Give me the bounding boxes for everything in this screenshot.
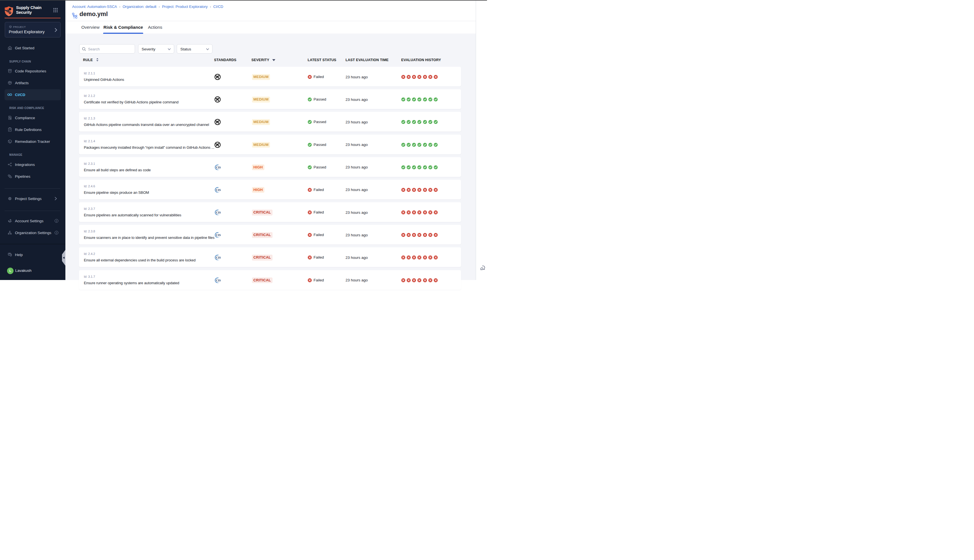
svg-text:?: ? (9, 253, 10, 255)
